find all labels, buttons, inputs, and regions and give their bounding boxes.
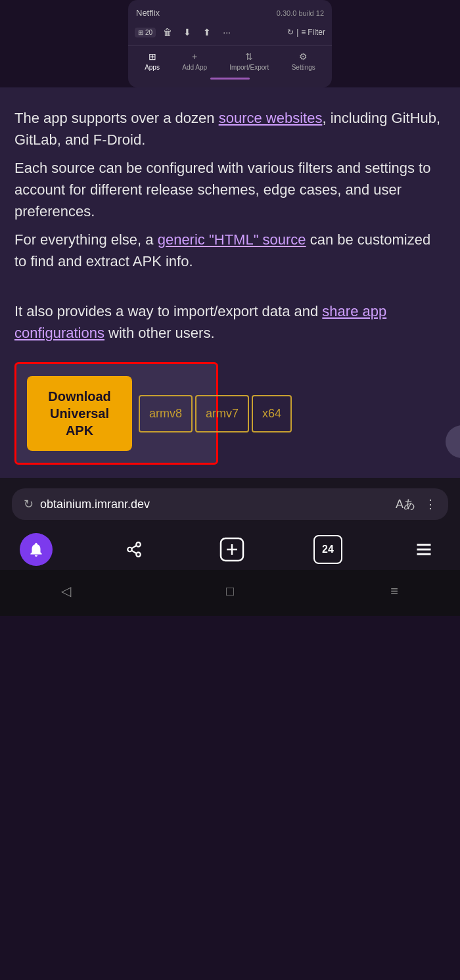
- share-icon: [126, 541, 143, 558]
- app-title: Netflix: [136, 8, 160, 18]
- back-icon: ◁: [61, 583, 71, 599]
- add-app-tab-icon: +: [192, 51, 197, 62]
- grid-icon: ⊞: [138, 29, 143, 36]
- app-toolbar: ⊞ 20 🗑 ⬇ ⬆ ··· ↻ | ≡ Filter: [128, 22, 332, 44]
- menu-button[interactable]: [407, 533, 440, 566]
- browser-bar-area: ↻ obtainium.imranr.dev Aあ ⋮: [0, 478, 460, 528]
- armv7-button[interactable]: armv7: [195, 395, 249, 432]
- hamburger-icon: [415, 540, 433, 559]
- desc-para-1: The app supports over a dozen source web…: [14, 107, 446, 151]
- download-buttons-row: Download Universal APK armv8 armv7 x64: [27, 376, 206, 451]
- new-tab-icon: [219, 536, 245, 563]
- app-version: 0.30.0 build 12: [277, 9, 324, 17]
- system-nav-bar: ◁ □ ≡: [0, 570, 460, 616]
- share-app-configurations-link[interactable]: share app configurations: [14, 303, 386, 341]
- recents-icon: ≡: [390, 584, 398, 599]
- tab-import-export[interactable]: ⇅ Import/Export: [224, 50, 274, 72]
- desc-para-2: Each source can be configured with vario…: [14, 157, 446, 222]
- filter-icon: ≡: [301, 28, 306, 37]
- badge-count: 20: [145, 29, 152, 36]
- settings-tab-icon: ⚙: [299, 51, 308, 62]
- url-text: obtainium.imranr.dev: [40, 498, 150, 511]
- download-universal-button[interactable]: Download Universal APK: [27, 376, 132, 451]
- svg-point-1: [127, 548, 132, 552]
- apps-tab-label: Apps: [145, 64, 160, 71]
- bottom-navigation: 24: [0, 528, 460, 570]
- filter-label: Filter: [308, 28, 325, 37]
- url-bar[interactable]: ↻ obtainium.imranr.dev Aあ ⋮: [12, 488, 448, 520]
- more-options-icon[interactable]: ⋮: [425, 497, 436, 511]
- source-websites-link[interactable]: source websites: [219, 110, 323, 126]
- desc-para-5: It also provides a way to import/export …: [14, 300, 446, 344]
- armv8-button[interactable]: armv8: [139, 395, 193, 432]
- tab-indicator: [128, 75, 332, 80]
- generic-html-source-link[interactable]: generic "HTML" source: [158, 231, 306, 248]
- delete-icon-btn[interactable]: 🗑: [160, 24, 175, 40]
- recents-button[interactable]: ≡: [381, 578, 407, 604]
- settings-tab-label: Settings: [292, 64, 315, 71]
- import-export-tab-icon: ⇅: [245, 51, 253, 62]
- svg-point-0: [136, 542, 141, 547]
- description-text: The app supports over a dozen source web…: [14, 107, 446, 344]
- new-tab-button[interactable]: [216, 533, 248, 566]
- nav-tabs: ⊞ Apps + Add App ⇅ Import/Export ⚙ Setti…: [128, 45, 332, 75]
- svg-point-2: [136, 552, 141, 557]
- download-icon-btn[interactable]: ⬇: [179, 24, 195, 40]
- tab-count-button[interactable]: 24: [313, 535, 342, 564]
- url-bar-right: Aあ ⋮: [396, 496, 436, 512]
- home-icon: □: [226, 584, 234, 599]
- desc-para-3: For everything else, a generic "HTML" so…: [14, 229, 446, 272]
- home-button[interactable]: □: [217, 578, 243, 604]
- share-icon-btn[interactable]: ⬆: [199, 24, 215, 40]
- tab-count-label: 24: [322, 544, 334, 555]
- filter-button[interactable]: ≡ Filter: [301, 28, 325, 37]
- share-button[interactable]: [118, 533, 150, 566]
- reload-icon[interactable]: ↻: [24, 497, 34, 511]
- tab-settings[interactable]: ⚙ Settings: [287, 50, 321, 72]
- apps-tab-icon: ⊞: [149, 51, 156, 62]
- scroll-to-top-button[interactable]: ↑: [446, 425, 460, 458]
- desc-para-4: [14, 279, 446, 300]
- url-bar-left: ↻ obtainium.imranr.dev: [24, 497, 150, 511]
- app-count-badge: ⊞ 20: [135, 28, 156, 37]
- back-button[interactable]: ◁: [53, 578, 79, 604]
- download-section: Download Universal APK armv8 armv7 x64 ↑: [14, 362, 446, 465]
- active-tab-indicator: [210, 78, 250, 80]
- download-container: Download Universal APK armv8 armv7 x64: [14, 362, 218, 465]
- toolbar-right: ↻ | ≡ Filter: [287, 28, 325, 37]
- tab-add-app[interactable]: + Add App: [177, 50, 212, 72]
- svg-line-3: [131, 551, 136, 553]
- main-content-area: The app supports over a dozen source web…: [0, 87, 460, 478]
- x64-button[interactable]: x64: [252, 395, 292, 432]
- import-export-tab-label: Import/Export: [229, 64, 269, 71]
- toolbar-left: ⊞ 20 🗑 ⬇ ⬆ ···: [135, 24, 235, 40]
- bell-icon: [28, 541, 45, 558]
- filter-separator: |: [296, 28, 298, 37]
- svg-line-4: [131, 546, 136, 548]
- top-screenshot-area: Netflix 0.30.0 build 12 ⊞ 20 🗑 ⬇ ⬆ ··· ↻…: [0, 0, 460, 87]
- title-bar: Netflix 0.30.0 build 12: [128, 5, 332, 22]
- app-window: Netflix 0.30.0 build 12 ⊞ 20 🗑 ⬇ ⬆ ··· ↻…: [128, 0, 332, 87]
- tab-apps[interactable]: ⊞ Apps: [139, 50, 165, 72]
- arch-buttons-group: armv8 armv7 x64: [136, 395, 292, 432]
- more-icon-btn[interactable]: ···: [219, 24, 235, 40]
- notification-button[interactable]: [20, 533, 53, 566]
- text-resize-icon[interactable]: Aあ: [396, 496, 415, 512]
- add-app-tab-label: Add App: [182, 64, 207, 71]
- refresh-icon: ↻: [287, 28, 294, 37]
